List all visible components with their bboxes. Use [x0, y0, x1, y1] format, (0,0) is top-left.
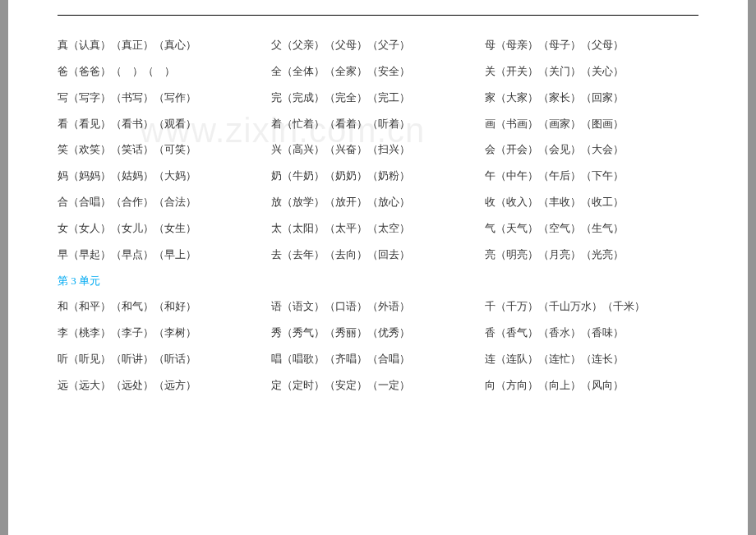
vocab-row: 早（早起）（早点）（早上）去（去年）（去向）（回去）亮（明亮）（月亮）（光亮） [58, 242, 698, 268]
vocab-row: 和（和平）（和气）（和好）语（语文）（口语）（外语）千（千万）（千山万水）（千米… [58, 293, 698, 320]
cell: 父（父亲）（父母）（父子） [271, 32, 485, 58]
cell: 定（定时）（安定）（一定） [271, 372, 485, 399]
vocab-row: 远（远大）（远处）（远方）定（定时）（安定）（一定）向（方向）（向上）（风向） [58, 372, 698, 399]
vocab-row: 真（认真）（真正）（真心）父（父亲）（父母）（父子）母（母亲）（母子）（父母） [58, 32, 698, 58]
vocab-row: 笑（欢笑）（笑话）（可笑）兴（高兴）（兴奋）（扫兴）会（开会）（会见）（大会） [58, 136, 698, 163]
cell: 画（书画）（画家）（图画） [485, 111, 624, 137]
vocab-row: 合（合唱）（合作）（合法）放（放学）（放开）（放心）收（收入）（丰收）（收工） [58, 189, 698, 215]
cell: 听（听见）（听讲）（听话） [58, 346, 271, 372]
cell: 会（开会）（会见）（大会） [485, 136, 624, 163]
content-block-1: 真（认真）（真正）（真心）父（父亲）（父母）（父子）母（母亲）（母子）（父母） … [58, 32, 698, 268]
cell: 合（合唱）（合作）（合法） [58, 189, 271, 215]
cell: 秀（秀气）（秀丽）（优秀） [271, 320, 485, 346]
vocab-row: 李（桃李）（李子）（李树）秀（秀气）（秀丽）（优秀）香（香气）（香水）（香味） [58, 320, 698, 346]
cell: 向（方向）（向上）（风向） [485, 372, 624, 399]
cell: 女（女人）（女儿）（女生） [58, 215, 271, 242]
cell: 去（去年）（去向）（回去） [271, 242, 485, 268]
vocab-row: 写（写字）（书写）（写作）完（完成）（完全）（完工）家（大家）（家长）（回家） [58, 85, 698, 111]
cell: 着（忙着）（看着）（听着） [271, 111, 485, 137]
cell: 香（香气）（香水）（香味） [485, 320, 624, 346]
vocab-row: 爸（爸爸）（ ）（ ）全（全体）（全家）（安全）关（开关）（关门）（关心） [58, 58, 698, 85]
cell: 气（天气）（空气）（生气） [485, 215, 624, 242]
cell: 关（开关）（关门）（关心） [485, 58, 624, 85]
cell: 完（完成）（完全）（完工） [271, 85, 485, 111]
cell: 和（和平）（和气）（和好） [58, 293, 271, 320]
cell: 唱（唱歌）（齐唱）（合唱） [271, 346, 485, 372]
document-page: www.zixin.com.cn 真（认真）（真正）（真心）父（父亲）（父母）（… [8, 0, 748, 535]
cell: 李（桃李）（李子）（李树） [58, 320, 271, 346]
cell: 早（早起）（早点）（早上） [58, 242, 271, 268]
cell: 收（收入）（丰收）（收工） [485, 189, 624, 215]
vocab-row: 听（听见）（听讲）（听话）唱（唱歌）（齐唱）（合唱）连（连队）（连忙）（连长） [58, 346, 698, 372]
cell: 千（千万）（千山万水）（千米） [485, 293, 645, 320]
vocab-row: 女（女人）（女儿）（女生）太（太阳）（太平）（太空）气（天气）（空气）（生气） [58, 215, 698, 242]
cell: 语（语文）（口语）（外语） [271, 293, 485, 320]
content-block-2: 和（和平）（和气）（和好）语（语文）（口语）（外语）千（千万）（千山万水）（千米… [58, 293, 698, 398]
cell: 写（写字）（书写）（写作） [58, 85, 271, 111]
vocab-row: 看（看见）（看书）（观看）着（忙着）（看着）（听着）画（书画）（画家）（图画） [58, 111, 698, 137]
cell: 亮（明亮）（月亮）（光亮） [485, 242, 624, 268]
cell: 全（全体）（全家）（安全） [271, 58, 485, 85]
cell: 兴（高兴）（兴奋）（扫兴） [271, 136, 485, 163]
cell: 妈（妈妈）（姑妈）（大妈） [58, 163, 271, 189]
cell: 连（连队）（连忙）（连长） [485, 346, 624, 372]
cell: 太（太阳）（太平）（太空） [271, 215, 485, 242]
top-rule [58, 15, 698, 16]
cell: 远（远大）（远处）（远方） [58, 372, 271, 399]
cell: 放（放学）（放开）（放心） [271, 189, 485, 215]
cell: 爸（爸爸）（ ）（ ） [58, 58, 271, 85]
cell: 家（大家）（家长）（回家） [485, 85, 624, 111]
cell: 笑（欢笑）（笑话）（可笑） [58, 136, 271, 163]
cell: 午（中午）（午后）（下午） [485, 163, 624, 189]
cell: 奶（牛奶）（奶奶）（奶粉） [271, 163, 485, 189]
vocab-row: 妈（妈妈）（姑妈）（大妈）奶（牛奶）（奶奶）（奶粉）午（中午）（午后）（下午） [58, 163, 698, 189]
cell: 看（看见）（看书）（观看） [58, 111, 271, 137]
cell: 母（母亲）（母子）（父母） [485, 32, 624, 58]
unit-heading: 第 3 单元 [58, 268, 698, 294]
cell: 真（认真）（真正）（真心） [58, 32, 271, 58]
